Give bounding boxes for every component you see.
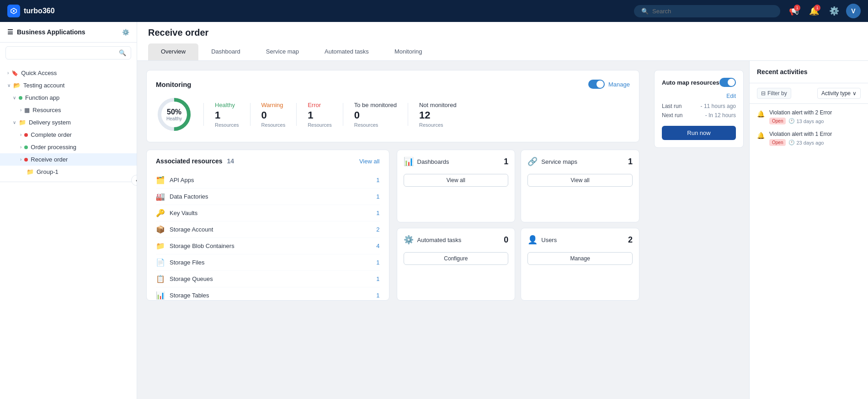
associated-resources-card: Associated resources 14 View all 🗂️ A (146, 150, 389, 301)
tab-automated-tasks[interactable]: Automated tasks (312, 43, 382, 60)
dashboards-view-all-button[interactable]: View all (404, 174, 509, 187)
automap-toggle[interactable] (719, 78, 736, 87)
sidebar-settings-button[interactable]: ⚙️ (122, 29, 129, 36)
resources-title: Associated resources 14 (156, 157, 234, 165)
brand-name: turbo360 (24, 7, 55, 15)
tab-service-map[interactable]: Service map (253, 43, 312, 60)
list-item: 🔔 Violation alert with 2 Error Open 🕐 13… (757, 109, 861, 124)
notifications-badge: 1 (814, 5, 820, 11)
stat-healthy: Healthy 1 Resources (215, 102, 239, 128)
chevron-right-icon: › (20, 132, 21, 137)
settings-button[interactable]: ⚙️ (826, 3, 842, 19)
sidebar-collapse-button[interactable]: ‹ (131, 175, 137, 186)
sidebar-item-delivery-system[interactable]: ∨ 📁 Delivery system (0, 116, 137, 129)
status-dot-green (24, 146, 28, 149)
user-avatar[interactable]: V (846, 4, 861, 18)
resources-count: 14 (227, 157, 234, 165)
activities-filter-bar: ⊟ Filter by Activity type ∨ (750, 83, 868, 104)
recent-activities-panel: Recent activities ⊟ Filter by Activity t… (749, 61, 868, 399)
search-icon: 🔍 (641, 8, 649, 15)
gear-icon: ⚙️ (829, 6, 839, 16)
sidebar-item-quick-access[interactable]: › 🔖 Quick Access (0, 67, 137, 79)
list-item: 📄 Storage Files 1 (156, 254, 380, 271)
stat-warning: Warning 0 Resources (261, 102, 286, 128)
resources-items: 🗂️ API Apps 1 🏭 Data Factories (147, 172, 389, 300)
automap-last-run: Last run - 11 hours ago (662, 103, 736, 109)
stat-divider (203, 103, 204, 126)
bell-icon: 🔔 (757, 110, 765, 118)
summary-card-service-maps: 🔗 Service maps 1 View all (521, 150, 639, 222)
chevron-down-icon: ∨ (7, 83, 11, 88)
tab-overview[interactable]: Overview (148, 43, 198, 60)
main-layout: ☰ Business Applications ⚙️ 🔍 › 🔖 Quick A… (0, 22, 868, 399)
clock-icon: 🕐 (788, 118, 795, 124)
resources-view-all-link[interactable]: View all (359, 158, 380, 165)
activity-time: 🕐 23 days ago (788, 140, 824, 146)
sidebar-search-icon: 🔍 (119, 49, 126, 56)
sidebar-item-order-processing[interactable]: › Order processing (0, 141, 137, 153)
manage-label: Manage (608, 81, 630, 88)
sidebar-item-group-1[interactable]: 📁 Group-1 (0, 166, 137, 178)
list-item: 🔑 Key Vaults 1 (156, 205, 380, 221)
sidebar-title: ☰ Business Applications (7, 28, 85, 36)
automap-panel: Auto map resources Edit Last run - 11 ho… (649, 61, 749, 399)
announcements-button[interactable]: 📢 1 (786, 3, 802, 19)
activity-type-dropdown[interactable]: Activity type ∨ (817, 88, 861, 99)
users-icon: 👤 (527, 235, 538, 245)
bell-icon: 🔔 (757, 132, 765, 139)
chevron-right-icon: › (7, 70, 9, 75)
status-badge: Open (769, 139, 786, 146)
run-now-button[interactable]: Run now (662, 126, 736, 140)
brand: turbo360 (7, 5, 628, 17)
monitoring-card-header: Monitoring Manage (156, 80, 630, 89)
resource-icon: 🗂️ (156, 176, 165, 184)
list-item: 📊 Storage Tables 1 (156, 287, 380, 300)
search-input[interactable] (652, 8, 773, 15)
notifications-button[interactable]: 🔔 1 (806, 3, 822, 19)
bottom-grid: Associated resources 14 View all 🗂️ A (146, 150, 639, 301)
activities-list: 🔔 Violation alert with 2 Error Open 🕐 13… (750, 104, 868, 151)
sidebar-search-input[interactable] (11, 49, 116, 56)
page-header: Receive order Overview Dashboard Service… (137, 22, 868, 61)
search-bar[interactable]: 🔍 (634, 5, 780, 17)
users-manage-button[interactable]: Manage (527, 252, 633, 265)
automated-tasks-configure-button[interactable]: Configure (404, 252, 509, 265)
tasks-icon: ⚙️ (404, 235, 414, 245)
stat-not-monitored: Not monitored 12 Resources (419, 102, 457, 128)
folder-icon: 📁 (19, 119, 26, 126)
list-item: 📦 Storage Account 2 (156, 221, 380, 238)
sidebar-header: ☰ Business Applications ⚙️ (0, 22, 137, 43)
monitoring-stats: 50% Healthy Healthy 1 Resources (156, 96, 630, 133)
filter-by-button[interactable]: ⊟ Filter by (757, 88, 791, 99)
summary-cards-grid: 📊 Dashboards 1 View all 🔗 Service maps (397, 150, 640, 301)
filter-icon: ⊟ (761, 90, 766, 97)
activities-header: Recent activities (750, 61, 868, 83)
stat-divider (408, 103, 408, 126)
tab-dashboard[interactable]: Dashboard (198, 43, 253, 60)
topnav-icons: 📢 1 🔔 1 ⚙️ V (786, 3, 861, 19)
sidebar-footer: ‹ (0, 182, 137, 193)
sidebar-item-function-app[interactable]: ∨ Function app (0, 92, 137, 104)
stat-to-be-monitored: To be monitored 0 Resources (354, 102, 397, 128)
automap-edit-link[interactable]: Edit (726, 93, 736, 99)
content-body: Monitoring Manage (137, 61, 868, 399)
manage-toggle[interactable]: Manage (588, 80, 630, 89)
dropdown-chevron-icon: ∨ (852, 90, 857, 97)
chevron-down-icon: ∨ (13, 95, 16, 100)
folder-gray-icon: 📁 (27, 168, 34, 175)
sidebar-item-receive-order[interactable]: › Receive order (0, 153, 137, 166)
donut-label: 50% Healthy (166, 108, 182, 121)
service-maps-view-all-button[interactable]: View all (527, 174, 633, 187)
tab-monitoring[interactable]: Monitoring (382, 43, 435, 60)
automap-header: Auto map resources (662, 78, 736, 87)
list-item: 🏭 Data Factories 1 (156, 189, 380, 205)
monitoring-toggle[interactable] (588, 80, 605, 89)
monitoring-card-title: Monitoring (156, 81, 191, 88)
sidebar-search-box[interactable]: 🔍 (5, 46, 131, 59)
sidebar-item-resources[interactable]: › ▦ Resources (0, 104, 137, 116)
chevron-down-icon: ∨ (13, 120, 16, 125)
automap-card: Auto map resources Edit Last run - 11 ho… (654, 70, 744, 148)
sidebar-item-testing-account[interactable]: ∨ 📂 Testing account (0, 79, 137, 92)
resource-icon: 🏭 (156, 192, 165, 201)
sidebar-item-complete-order[interactable]: › Complete order (0, 129, 137, 141)
